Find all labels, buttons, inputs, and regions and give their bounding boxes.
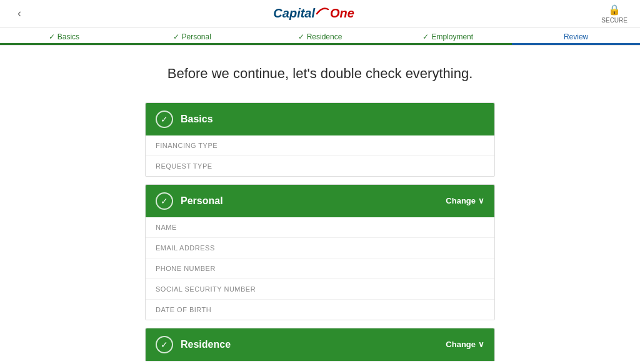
field-financing-type: FINANCING TYPE [146, 135, 494, 156]
step-personal-label: Personal [182, 32, 211, 41]
field-ssn: SOCIAL SECURITY NUMBER [146, 279, 494, 300]
field-dob: DATE OF BIRTH [146, 300, 494, 320]
header: ‹ Capital One 🔒 SECURE [0, 0, 640, 27]
residence-change-chevron-icon: ∨ [478, 340, 484, 349]
personal-section-body: NAME EMAIL ADDRESS PHONE NUMBER SOCIAL S… [146, 217, 494, 320]
personal-change-button[interactable]: Change ∨ [446, 196, 484, 205]
step-employment-label: Employment [431, 32, 473, 41]
personal-change-chevron-icon: ∨ [478, 196, 484, 205]
personal-header-left: ✓ Personal [156, 192, 223, 210]
step-review[interactable]: Review [512, 27, 640, 45]
personal-section: ✓ Personal Change ∨ NAME EMAIL ADDRESS P… [145, 184, 495, 320]
logo-capital: Capital [273, 6, 315, 21]
step-basics-label: Basics [58, 32, 79, 41]
personal-change-label: Change [446, 196, 476, 205]
personal-section-header: ✓ Personal Change ∨ [146, 185, 494, 217]
residence-check-circle: ✓ [156, 336, 173, 353]
check-icon: ✓ [298, 32, 304, 41]
check-icon: ✓ [422, 32, 429, 41]
step-residence-label: Residence [307, 32, 342, 41]
check-icon: ✓ [173, 32, 179, 41]
step-basics[interactable]: ✓ Basics [0, 27, 128, 45]
check-icon: ✓ [49, 32, 55, 41]
basics-section-header: ✓ Basics [146, 103, 494, 135]
progress-bar: ✓ Basics ✓ Personal ✓ Residence ✓ Employ… [0, 27, 640, 46]
basics-check-circle: ✓ [156, 111, 173, 128]
step-personal[interactable]: ✓ Personal [128, 27, 256, 45]
field-email: EMAIL ADDRESS [146, 238, 494, 258]
field-phone: PHONE NUMBER [146, 258, 494, 279]
step-employment[interactable]: ✓ Employment [384, 27, 512, 45]
lock-icon: 🔒 [608, 4, 621, 16]
secure-indicator: 🔒 SECURE [601, 4, 628, 24]
residence-change-button[interactable]: Change ∨ [446, 340, 484, 349]
basics-section-body: FINANCING TYPE REQUEST TYPE [146, 135, 494, 176]
logo-swoosh-icon [316, 6, 329, 15]
residence-header-left: ✓ Residence [156, 336, 231, 353]
basics-check-icon: ✓ [161, 114, 168, 124]
basics-section: ✓ Basics FINANCING TYPE REQUEST TYPE [145, 102, 495, 177]
residence-section-header: ✓ Residence Change ∨ [146, 328, 494, 361]
residence-check-icon: ✓ [161, 340, 168, 350]
residence-section-title: Residence [181, 339, 231, 350]
personal-check-icon: ✓ [161, 196, 168, 206]
residence-change-label: Change [446, 340, 476, 349]
personal-section-title: Personal [181, 195, 223, 207]
back-button[interactable]: ‹ [12, 4, 26, 22]
page-title: Before we continue, let's double check e… [145, 64, 495, 84]
main-content: Before we continue, let's double check e… [132, 46, 508, 364]
logo: Capital One [273, 6, 354, 21]
basics-section-title: Basics [181, 114, 213, 125]
step-residence[interactable]: ✓ Residence [256, 27, 384, 45]
residence-section: ✓ Residence Change ∨ [145, 328, 495, 362]
field-name: NAME [146, 217, 494, 238]
secure-label: SECURE [601, 17, 628, 24]
basics-header-left: ✓ Basics [156, 111, 213, 128]
personal-check-circle: ✓ [156, 192, 173, 210]
logo-one: One [330, 6, 354, 21]
field-request-type: REQUEST TYPE [146, 156, 494, 176]
step-review-label: Review [564, 32, 588, 41]
